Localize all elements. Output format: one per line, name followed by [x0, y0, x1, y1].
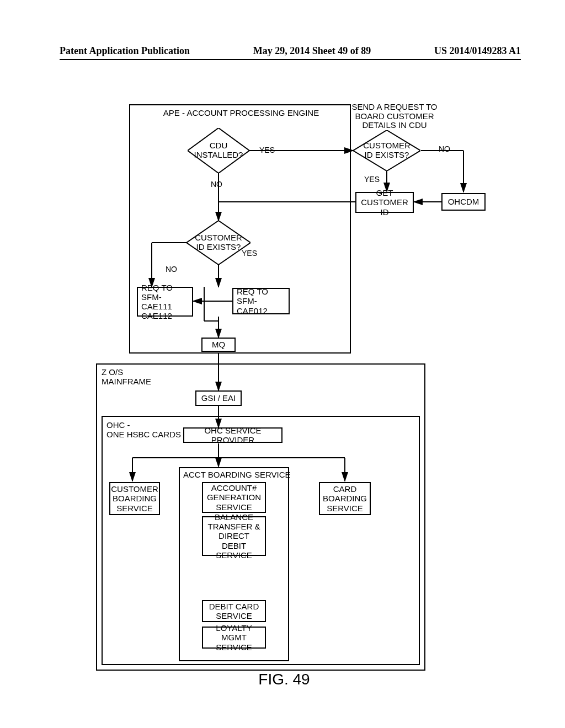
decision-cust-id-top: CUSTOMERID EXISTS?	[353, 130, 420, 171]
box-req-111-112: REQ TO SFM-CAE111CAE112	[137, 287, 193, 317]
box-ohc-provider: OHC SERVICE PROVIDER	[183, 427, 282, 443]
header-left: Patent Application Publication	[60, 45, 190, 57]
cust-id-bot-text: CUSTOMERID EXISTS?	[186, 233, 250, 251]
yes-1: YES	[259, 146, 275, 154]
no-1: NO	[211, 180, 222, 189]
flowlines	[55, 83, 513, 689]
box-card-boarding: CARDBOARDINGSERVICE	[319, 482, 371, 515]
header-right: US 2014/0149283 A1	[434, 45, 521, 57]
decision-cdu-installed: CDUINSTALLED?	[188, 128, 249, 173]
acct-boarding-title: ACCT BOARDING SERVICE	[183, 470, 285, 479]
ohc-title: OHC -ONE HSBC CARDS	[106, 420, 189, 439]
ape-title: APE - ACCOUNT PROCESSING ENGINE	[136, 108, 346, 117]
patent-page: Patent Application Publication May 29, 2…	[0, 0, 565, 728]
box-bal-transfer: BALANCETRANSFER &DIRECT DEBITSERVICE	[202, 516, 266, 556]
yes-2: YES	[364, 175, 380, 184]
no-3: NO	[166, 265, 177, 274]
mainframe-title: Z O/SMAINFRAME	[102, 367, 168, 386]
no-2: NO	[439, 144, 450, 153]
diagram-canvas: APE - ACCOUNT PROCESSING ENGINE CDUINSTA…	[55, 83, 513, 689]
box-gsi-eai: GSI / EAI	[195, 390, 242, 406]
box-loyalty: LOYALTYMGMT SERVICE	[202, 627, 266, 649]
header-center: May 29, 2014 Sheet 49 of 89	[253, 45, 371, 57]
box-mq: MQ	[201, 338, 236, 352]
figure-caption: FIG. 49	[258, 671, 310, 688]
box-cust-boarding: CUSTOMERBOARDINGSERVICE	[109, 482, 160, 515]
box-acct-gen: ACCOUNT#GENERATIONSERVICE	[202, 482, 266, 513]
decision-cust-id-bot: CUSTOMERID EXISTS?	[186, 221, 250, 265]
box-get-customer-id: GET CUSTOMERID	[355, 192, 414, 213]
cust-id-top-text: CUSTOMERID EXISTS?	[353, 141, 420, 159]
send-request-label: SEND A REQUEST TOBOARD CUSTOMERDETAILS I…	[345, 103, 444, 130]
box-ohcdm: OHCDM	[441, 193, 486, 211]
cdu-installed-text: CDUINSTALLED?	[188, 141, 249, 159]
page-header: Patent Application Publication May 29, 2…	[60, 45, 521, 60]
box-req-012: REQ TO SFM-CAE012	[232, 288, 290, 314]
yes-3: YES	[242, 249, 257, 258]
box-debit-card: DEBIT CARDSERVICE	[202, 600, 266, 622]
